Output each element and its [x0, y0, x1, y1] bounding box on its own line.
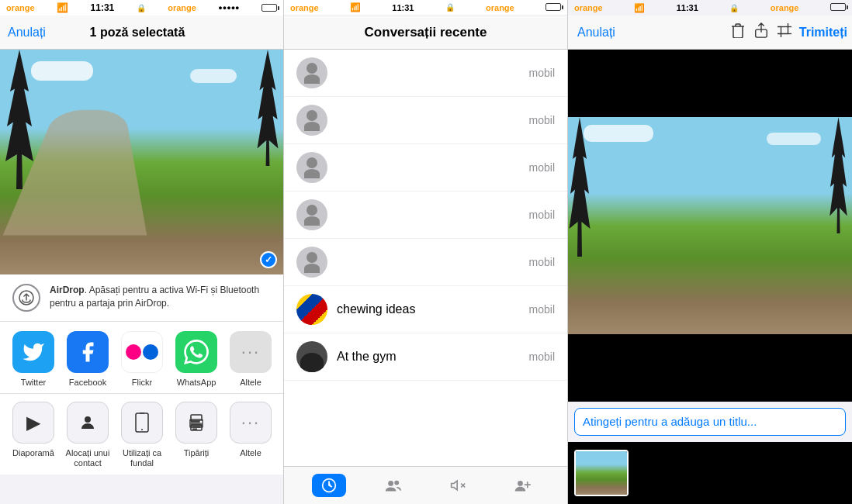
list-item[interactable]: At the gym mobil [284, 333, 567, 381]
battery-2 [545, 3, 561, 12]
svg-point-10 [200, 421, 203, 423]
photo-thumbnail[interactable] [574, 450, 629, 496]
utilizati-label: Utilizați ca fundal [115, 448, 169, 468]
tab-add-contact[interactable] [505, 474, 539, 497]
nav-bar-2: Conversații recente [284, 16, 567, 50]
actions-row: ▶ Diaporamă Alocați unui contact Utiliza… [0, 394, 283, 475]
selected-checkmark [260, 251, 277, 268]
delete-icon[interactable] [729, 21, 746, 43]
signal-1: ●●●●● [218, 4, 239, 12]
avatar [296, 152, 327, 183]
avatar [296, 341, 327, 372]
cancel-button-1[interactable]: Anulați [8, 26, 46, 40]
action-diaporama[interactable]: ▶ Diaporamă [6, 402, 61, 458]
title-input-area[interactable]: Atingeți pentru a adăuga un titlu... [574, 408, 846, 436]
nav-bar-3: Anulați [568, 16, 852, 50]
airdrop-icon [12, 284, 40, 312]
conversations-title: Conversații recente [365, 25, 487, 40]
flickr-icon [121, 331, 163, 373]
altele-icon: ··· [230, 331, 272, 373]
contact-tag: mobil [529, 350, 555, 363]
carrier2-3: orange [771, 3, 799, 12]
nav-title-1: 1 poză selectată [46, 26, 229, 40]
time-2: 11:31 [392, 3, 414, 12]
send-button[interactable]: Trimiteți [799, 26, 847, 40]
svg-point-3 [141, 429, 143, 430]
avatar [296, 105, 327, 136]
title-placeholder: Atingeți pentru a adăuga un titlu... [583, 415, 757, 428]
diaporama-icon: ▶ [12, 402, 54, 444]
flickr-label: Flickr [132, 378, 152, 387]
contact-tag: mobil [529, 303, 555, 316]
photo-edit-area [568, 50, 852, 402]
list-item[interactable]: mobil [284, 50, 567, 97]
contact-tag: mobil [529, 161, 555, 174]
list-item[interactable]: chewing ideas mobil [284, 286, 567, 333]
facebook-label: Facebook [69, 378, 106, 387]
contact-list: mobil mobil mobil mobil [284, 50, 567, 466]
photo-edit-image [568, 117, 852, 334]
altele2-icon: ··· [230, 402, 272, 444]
list-item[interactable]: mobil [284, 97, 567, 144]
bottom-tabs [284, 466, 567, 504]
tab-contacts-group[interactable] [376, 474, 410, 497]
cancel-button-3[interactable]: Anulați [573, 22, 620, 43]
altele2-label: Altele [240, 448, 261, 458]
facebook-icon [67, 331, 109, 373]
action-altele2[interactable]: ··· Altele [223, 402, 278, 458]
action-alocati[interactable]: Alocați unui contact [61, 402, 115, 468]
status-bar-2: orange 📶 11:31 🔒 orange [284, 0, 567, 16]
contact-name: chewing ideas [337, 302, 529, 316]
app-twitter[interactable]: Twitter [6, 331, 61, 387]
tab-mute[interactable] [441, 474, 475, 497]
crop-icon[interactable] [776, 22, 793, 43]
cloud-2 [190, 69, 237, 83]
app-flickr[interactable]: Flickr [115, 331, 169, 387]
photo-edit-panel: orange 📶 11:31 🔒 orange Anulați [568, 0, 852, 504]
battery-3 [830, 3, 846, 12]
wifi-icon-2: 📶 [350, 2, 361, 12]
share-icon[interactable] [753, 21, 770, 43]
svg-rect-9 [192, 429, 197, 430]
list-item[interactable]: mobil [284, 239, 567, 286]
avatar [296, 199, 327, 230]
action-utilizati[interactable]: Utilizați ca fundal [115, 402, 169, 468]
share-panel: orange 📶 11:31 🔒 orange ●●●●● Anulați 1 … [0, 0, 284, 504]
carrier-1: orange [6, 3, 35, 12]
avatar [296, 294, 327, 325]
carrier2-1: orange [168, 3, 196, 12]
app-facebook[interactable]: Facebook [61, 331, 115, 387]
alocati-icon [67, 402, 109, 444]
photo-section [0, 50, 283, 274]
carrier-2: orange [290, 3, 319, 12]
lock-icon-3: 🔒 [729, 4, 739, 12]
status-bar-3: orange 📶 11:31 🔒 orange [568, 0, 852, 16]
svg-point-13 [394, 481, 399, 485]
diaporama-label: Diaporamă [12, 448, 54, 458]
whatsapp-icon [175, 331, 217, 373]
carrier-3: orange [574, 3, 603, 12]
airdrop-section[interactable]: AirDrop. Apăsați pentru a activa Wi-Fi ș… [0, 274, 283, 322]
tipariti-icon [175, 402, 217, 444]
alocati-label: Alocați unui contact [61, 448, 115, 468]
photo-main [0, 50, 283, 274]
altele-label: Altele [240, 378, 261, 387]
nav-bar-1: Anulați 1 poză selectată [0, 16, 283, 50]
carrier2-2: orange [486, 3, 514, 12]
apps-row: Twitter Facebook Flickr [0, 322, 283, 394]
app-altele[interactable]: ··· Altele [223, 331, 278, 387]
avatar [296, 57, 327, 88]
list-item[interactable]: mobil [284, 192, 567, 239]
list-item[interactable]: mobil [284, 144, 567, 192]
whatsapp-label: WhatsApp [177, 378, 216, 387]
contact-name: At the gym [337, 350, 529, 364]
time-1: 11:31 [91, 2, 115, 13]
tree-right [256, 50, 279, 166]
contact-tag: mobil [529, 256, 555, 268]
app-whatsapp[interactable]: WhatsApp [169, 331, 223, 387]
action-tipariti[interactable]: Tipăriți [169, 402, 223, 458]
svg-rect-4 [140, 413, 144, 414]
wifi-icon-3: 📶 [634, 3, 645, 13]
tab-recents[interactable] [312, 474, 346, 497]
time-3: 11:31 [677, 3, 698, 12]
